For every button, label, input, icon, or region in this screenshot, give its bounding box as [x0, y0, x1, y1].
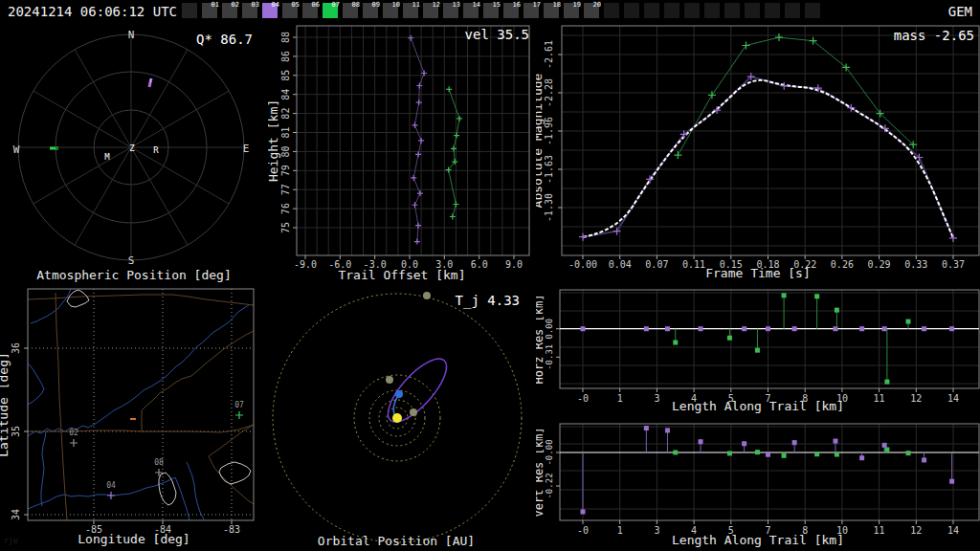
svg-text:85: 85: [280, 70, 291, 81]
atmospheric-position-panel: NESWZMR Q* 86.7 Atmospheric Position [de…: [0, 23, 268, 283]
frame-square-unused[interactable]: [724, 3, 740, 18]
svg-text:-2.28: -2.28: [544, 78, 554, 107]
frame-square-blank[interactable]: [182, 3, 197, 18]
svg-text:84: 84: [280, 89, 291, 100]
frame-square-13[interactable]: 13: [443, 3, 458, 18]
frame-square-09[interactable]: 09: [363, 3, 378, 18]
frame-square-unused[interactable]: [805, 3, 820, 18]
frame-square-02[interactable]: 02: [222, 3, 237, 18]
frame-square-05[interactable]: 05: [282, 3, 298, 18]
frame-square-unused[interactable]: [684, 3, 700, 18]
svg-text:81: 81: [280, 126, 291, 138]
svg-text:0.00: 0.00: [545, 319, 554, 340]
svg-text:M: M: [104, 152, 110, 162]
frame-number: 16: [513, 1, 521, 9]
svg-text:Height [km]: Height [km]: [268, 99, 280, 182]
svg-text:82: 82: [280, 108, 291, 120]
svg-text:Horz Res [km]: Horz Res [km]: [536, 295, 546, 385]
trail-offset-xlabel: Trail Offset [km]: [268, 268, 536, 282]
tisserand-readout: T_j 4.33: [456, 293, 520, 308]
frame-square-01[interactable]: 01: [202, 3, 217, 18]
vert-residuals-panel: -013457810111214-0.00-0.22Vert Res [km] …: [536, 417, 980, 551]
svg-text:R: R: [153, 145, 159, 155]
light-curve-panel: -0.000.040.070.110.150.180.220.260.290.3…: [536, 23, 980, 283]
frame-square-06[interactable]: 06: [302, 3, 318, 18]
frame-square-14[interactable]: 14: [463, 3, 479, 18]
svg-text:80: 80: [280, 145, 291, 157]
svg-text:Vert Res [km]: Vert Res [km]: [536, 428, 546, 518]
frame-number: 20: [593, 1, 601, 9]
velocity-readout: vel 35.5: [465, 27, 529, 42]
timestamp: 20241214 06:06:12 UTC: [8, 4, 177, 19]
frame-square-12[interactable]: 12: [423, 3, 438, 18]
frame-square-unused[interactable]: [704, 3, 720, 18]
meteor-analysis-screen: 20241214 06:06:12 UTC 010203040506070809…: [0, 0, 980, 551]
frame-number: 04: [272, 1, 279, 9]
author-signature: rjw: [4, 537, 17, 545]
svg-text:Z: Z: [129, 143, 135, 153]
orbital-position-title: Orbital Position [AU]: [268, 534, 524, 548]
frame-number: 12: [433, 1, 440, 9]
atmospheric-position-title: Atmospheric Position [deg]: [0, 268, 268, 282]
frame-square-15[interactable]: 15: [483, 3, 499, 18]
frame-square-17[interactable]: 17: [523, 3, 539, 18]
trail-offset-panel: -9.0-6.0-3.00.03.06.09.08886858482818079…: [268, 23, 536, 283]
frame-square-07[interactable]: 07: [323, 3, 338, 18]
svg-text:-0.31: -0.31: [545, 344, 554, 370]
frame-square-11[interactable]: 11: [403, 3, 418, 18]
frame-number: 07: [332, 1, 340, 9]
horz-residuals-plot: -0134578101112140.00-0.31Horz Res [km]: [536, 283, 980, 417]
svg-text:86: 86: [280, 51, 291, 62]
svg-text:E: E: [243, 143, 250, 155]
svg-text:36: 36: [11, 342, 21, 354]
frame-square-unused[interactable]: [745, 3, 760, 18]
frame-square-10[interactable]: 10: [383, 3, 398, 18]
frame-square-unused[interactable]: [644, 3, 659, 18]
frame-number: 10: [392, 1, 400, 9]
frame-square-03[interactable]: 03: [242, 3, 257, 18]
frame-number: 14: [473, 1, 480, 9]
frame-square-18[interactable]: 18: [544, 3, 559, 18]
frame-square-20[interactable]: 20: [584, 3, 599, 18]
svg-text:75: 75: [280, 222, 291, 233]
frame-number: 01: [212, 1, 219, 9]
frame-square-08[interactable]: 08: [343, 3, 358, 18]
vert-residuals-xlabel: Length Along Trail [km]: [536, 533, 980, 547]
trail-offset-plot: -9.0-6.0-3.00.03.06.09.08886858482818079…: [268, 23, 536, 283]
frame-number: 02: [232, 1, 239, 9]
frame-square-16[interactable]: 16: [503, 3, 519, 18]
frame-square-unused[interactable]: [624, 3, 639, 18]
frame-square-unused[interactable]: [765, 3, 780, 18]
svg-text:88: 88: [280, 32, 291, 43]
horz-residuals-xlabel: Length Along Trail [km]: [536, 399, 980, 413]
frame-square-04[interactable]: 04: [262, 3, 278, 18]
svg-text:Latitude [deg]: Latitude [deg]: [0, 352, 11, 457]
frame-number: 18: [553, 1, 561, 9]
svg-text:-0.22: -0.22: [545, 473, 554, 498]
svg-text:S: S: [128, 254, 135, 267]
frame-square-unused[interactable]: [664, 3, 679, 18]
frame-number: 15: [493, 1, 501, 9]
svg-text:77: 77: [280, 184, 291, 195]
frame-square-unused[interactable]: [785, 3, 800, 18]
horz-residuals-panel: -0134578101112140.00-0.31Horz Res [km] L…: [536, 283, 980, 417]
svg-text:04: 04: [106, 481, 116, 490]
svg-text:W: W: [13, 143, 20, 156]
q-value-readout: Q* 86.7: [196, 32, 253, 47]
frame-number: 06: [312, 1, 320, 9]
svg-text:-1.63: -1.63: [544, 155, 554, 184]
frame-number: 19: [573, 1, 581, 9]
frame-square-19[interactable]: 19: [564, 3, 579, 18]
svg-text:-2.61: -2.61: [544, 40, 554, 69]
svg-text:08: 08: [154, 458, 164, 467]
svg-text:N: N: [128, 29, 135, 41]
svg-text:76: 76: [280, 203, 291, 214]
shower-code: GEM: [948, 4, 972, 19]
frame-square-unused[interactable]: [604, 3, 619, 18]
svg-text:79: 79: [280, 165, 291, 176]
light-curve-plot: -0.000.040.070.110.150.180.220.260.290.3…: [536, 23, 980, 283]
svg-text:-1.96: -1.96: [544, 117, 554, 145]
svg-text:02: 02: [69, 429, 78, 437]
frame-number: 09: [372, 1, 380, 9]
ground-map-plot: -85-84-83363534Latitude [deg]02040708: [0, 283, 268, 551]
